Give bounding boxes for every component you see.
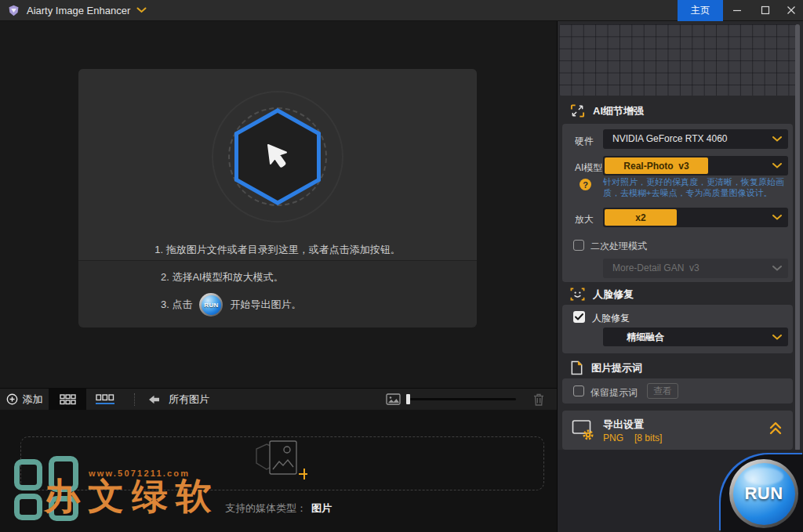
face-restore-panel: 人脸修复 精细融合 (562, 305, 793, 353)
image-prompt-icon (570, 360, 583, 375)
second-model-dropdown[interactable]: More-Detail GAN v3 (603, 259, 788, 278)
image-drop-panel[interactable]: 1. 拖放图片文件或者目录到这里，或者点击添加按钮。 2. 选择AI模型和放大模… (78, 69, 477, 328)
second-model-value: More-Detail GAN v3 (603, 259, 788, 278)
upscale-dropdown[interactable]: x2 (603, 208, 788, 227)
app-window: Aiarty Image Enhancer 主页 1. 拖放图片文件或者目录到这… (0, 0, 803, 532)
grid-view-button[interactable] (49, 389, 86, 410)
media-type-label: 支持的媒体类型： (225, 502, 307, 514)
watermark-logo-square (14, 459, 42, 490)
run-button[interactable]: RUN (729, 459, 798, 528)
run-mini-icon: RUN (199, 293, 223, 317)
hardware-label: 硬件 (575, 135, 594, 148)
ai-enhance-panel: 硬件 NVIDIA GeForce RTX 4060 AI模型 Real-Pho… (562, 124, 793, 282)
add-button[interactable]: 添加 (0, 389, 49, 410)
bottom-drop-zone[interactable]: 支持的媒体类型：图片 www.5071211.com 办文绿软 (0, 410, 557, 532)
export-format-line: PNG[8 bits] (603, 432, 662, 443)
trash-icon (533, 393, 544, 406)
maximize-icon (761, 5, 770, 15)
upscale-value: x2 (605, 209, 677, 226)
toolbar-divider (134, 393, 135, 406)
media-type-value: 图片 (311, 502, 332, 514)
chevron-down-icon (772, 163, 782, 168)
canvas-area: 1. 拖放图片文件或者目录到这里，或者点击添加按钮。 2. 选择AI模型和放大模… (0, 21, 557, 388)
toolbar: 添加 所有图片 (0, 388, 557, 410)
ai-model-label: AI模型 (575, 161, 602, 175)
home-button[interactable]: 主页 (678, 0, 723, 21)
all-images-label: 所有图片 (169, 393, 209, 407)
face-restore-checkbox[interactable] (573, 311, 585, 323)
image-prompt-title: 图片提示词 (591, 361, 642, 375)
titlebar: Aiarty Image Enhancer 主页 (0, 0, 803, 21)
ai-enhance-icon (570, 103, 585, 118)
hardware-dropdown[interactable]: NVIDIA GeForce RTX 4060 (603, 129, 788, 149)
instruction-step-3: 3. 点击 RUN 开始导出图片。 (161, 293, 301, 317)
instruction-step-3-suffix: 开始导出图片。 (230, 298, 301, 312)
close-icon (787, 5, 796, 15)
section-header-face-restore: 人脸修复 (570, 287, 634, 302)
list-view-button[interactable] (86, 389, 123, 410)
export-format-value: PNG (603, 432, 623, 443)
list-view-active-underline (96, 403, 114, 404)
run-button-label: RUN (733, 463, 795, 525)
keep-prompt-checkbox[interactable] (573, 385, 584, 396)
chevron-down-icon (772, 215, 782, 220)
watermark-logo-square (14, 494, 42, 520)
app-logo-icon (7, 4, 20, 17)
upscale-label: 放大 (575, 213, 594, 226)
image-prompt-panel: 保留提示词 查看 (562, 378, 793, 404)
ai-model-value: Real-Photo v3 (605, 157, 708, 174)
checkmark-icon (575, 313, 583, 320)
preview-grid-area (559, 24, 799, 96)
model-description: 针对照片，更好的保真度，更清晰，恢复原始画质，去模糊+去噪点，专为高质量图像设计… (603, 176, 793, 198)
chevron-down-icon (772, 335, 782, 340)
section-header-ai-enhance: AI细节增强 (570, 103, 644, 118)
back-arrow-icon (148, 394, 160, 405)
list-view-icon (96, 394, 114, 401)
settings-sidebar: AI细节增强 硬件 NVIDIA GeForce RTX 4060 AI模型 R… (557, 21, 803, 532)
hardware-value: NVIDIA GeForce RTX 4060 (603, 129, 788, 149)
minimize-button[interactable] (723, 0, 751, 21)
view-prompt-button[interactable]: 查看 (647, 383, 678, 399)
sidebar-scrollbar[interactable] (795, 24, 800, 451)
watermark-name: 办文绿软 (44, 476, 220, 517)
face-blend-dropdown[interactable]: 精细融合 (603, 328, 788, 346)
face-restore-title: 人脸修复 (593, 288, 634, 302)
export-settings-panel[interactable]: 导出设置 PNG[8 bits] (562, 411, 793, 450)
minimize-icon (732, 5, 742, 15)
cursor-arrow-icon (262, 141, 293, 172)
instruction-step-3-prefix: 3. 点击 (161, 298, 192, 312)
app-menu-chevron-down-icon (136, 7, 147, 13)
chevron-down-icon (772, 266, 782, 271)
app-title: Aiarty Image Enhancer (27, 5, 130, 16)
face-blend-value: 精细融合 (603, 328, 788, 346)
export-settings-title: 导出设置 (603, 418, 644, 432)
model-help-icon[interactable]: ? (580, 179, 591, 190)
add-plus-icon (6, 393, 18, 405)
back-button[interactable] (148, 394, 160, 405)
thumbnail-size-icon (386, 393, 401, 405)
run-zone: RUN (558, 450, 803, 532)
export-bit-depth: [8 bits] (634, 432, 662, 443)
export-settings-icon (572, 419, 597, 441)
ai-model-dropdown[interactable]: Real-Photo v3 (603, 156, 788, 176)
face-restore-icon (570, 287, 585, 302)
thumbnail-size-slider-handle[interactable] (406, 394, 410, 404)
grid-view-icon (60, 394, 76, 405)
ai-enhance-title: AI细节增强 (593, 104, 644, 118)
face-restore-checkbox-label: 人脸修复 (592, 312, 630, 325)
second-pass-label: 二次处理模式 (590, 240, 647, 253)
add-button-label: 添加 (23, 393, 43, 407)
instruction-step-2: 2. 选择AI模型和放大模式。 (161, 270, 284, 284)
delete-button[interactable] (533, 393, 544, 406)
app-menu[interactable]: Aiarty Image Enhancer (0, 4, 147, 17)
keep-prompt-label: 保留提示词 (590, 386, 638, 400)
section-header-image-prompt: 图片提示词 (570, 360, 642, 375)
chevron-down-icon (772, 136, 782, 142)
thumbnail-size-slider[interactable] (406, 398, 516, 400)
maximize-button[interactable] (751, 0, 779, 21)
second-pass-checkbox[interactable] (573, 240, 584, 251)
collapse-chevrons-icon[interactable] (769, 421, 782, 436)
instruction-step-1: 1. 拖放图片文件或者目录到这里，或者点击添加按钮。 (78, 243, 477, 257)
close-button[interactable] (779, 0, 803, 21)
add-media-icon (249, 438, 307, 482)
